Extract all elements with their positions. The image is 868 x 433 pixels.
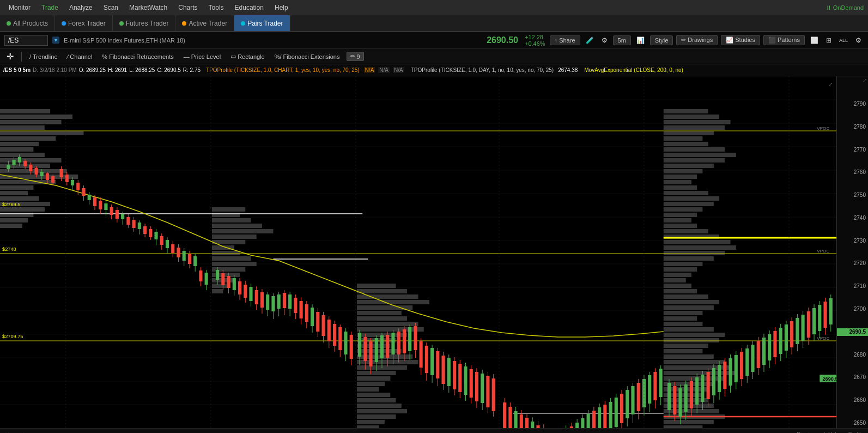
fib-extensions-tool[interactable]: %/ Fibonacci Extensions [271,52,343,61]
grid-icon[interactable]: ⊞ [824,35,834,45]
menu-analyze[interactable]: Analyze [65,2,97,14]
menu-charts[interactable]: Charts [174,2,202,14]
menu-scan[interactable]: Scan [99,2,123,14]
chart-area[interactable]: $2769.5 $2748 $2709.75 VPOC VPOC VPOC 26… [0,76,836,428]
svg-rect-276 [369,341,372,366]
rectangle-tool[interactable]: ▭ Rectangle [227,52,268,61]
chart-expand-icon[interactable]: ⤢ [863,77,867,83]
price-label-2790: 2790 [837,100,868,108]
menu-trade[interactable]: Trade [37,2,63,14]
svg-rect-270 [350,335,353,359]
svg-rect-101 [664,218,691,222]
svg-rect-354 [592,411,596,428]
svg-rect-23 [0,147,33,152]
tab-all-products[interactable]: All Products [0,15,55,31]
chart-settings-icon[interactable]: ⚙ [853,35,864,45]
svg-rect-21 [0,136,56,141]
chart-style-icon[interactable]: 📊 [634,35,647,45]
drawings-count-badge[interactable]: ✏ 9 [347,52,364,61]
trendline-icon: / [29,53,31,60]
svg-rect-324 [508,407,512,428]
menu-help[interactable]: Help [270,2,293,14]
drawings-icon: ✏ [350,53,355,60]
tab-futures-trader[interactable]: Futures Trader [113,15,176,31]
symbol-type-badge[interactable]: ▾ [52,37,59,44]
style-button[interactable]: Style [650,35,673,45]
svg-rect-210 [177,248,180,257]
tab-dot-forex [62,21,66,26]
svg-rect-42 [212,229,274,233]
svg-rect-382 [673,386,676,414]
share-button[interactable]: ↑ Share [550,35,580,45]
tab-active-trader[interactable]: Active Trader [175,15,234,31]
svg-rect-172 [71,180,74,185]
svg-rect-238 [260,292,264,308]
cursor-tool[interactable]: ✛ [3,50,17,63]
tab-dot-futures [119,21,124,26]
svg-rect-32 [0,196,39,201]
svg-rect-256 [311,308,314,326]
studies-button[interactable]: 📈 Studies [721,35,760,45]
svg-rect-232 [244,285,247,298]
fibonacci-tool[interactable]: % Fibonacci Retracements [99,52,177,61]
svg-rect-278 [375,338,378,362]
chart-toolbar: ↑ Share 🧪 ⚙ 5m 📊 Style ✏ Drawings 📈 Stud… [550,35,864,45]
svg-rect-126 [664,354,714,359]
price-level-tool[interactable]: — Price Level [180,52,224,61]
svg-rect-414 [762,338,766,365]
all-icon[interactable]: ALL [837,37,850,44]
svg-rect-110 [664,267,697,272]
svg-rect-194 [132,220,136,228]
svg-rect-20 [0,131,84,135]
drawings-button[interactable]: ✏ Drawings [676,35,718,45]
svg-rect-52 [212,284,229,288]
svg-rect-252 [300,301,303,318]
svg-rect-196 [138,222,141,229]
svg-rect-244 [277,294,281,309]
svg-rect-72 [357,382,385,386]
expand-icon[interactable]: ⬜ [808,35,821,45]
svg-rect-216 [193,256,197,266]
svg-rect-77 [357,409,407,413]
svg-rect-127 [664,360,725,364]
price-level-2769: $2769.5 [2,202,20,207]
svg-rect-37 [0,224,22,228]
svg-rect-284 [391,333,394,354]
svg-rect-268 [344,332,347,354]
svg-rect-362 [615,398,618,427]
trendline-tool[interactable]: / Trendline [26,52,61,61]
timeframe-button[interactable]: 5m [613,35,631,45]
drawing-bar: ✛ / Trendline ⁄ Channel % Fibonacci Retr… [0,49,868,64]
tab-forex-trader[interactable]: Forex Trader [55,15,113,31]
menu-tools[interactable]: Tools [204,2,228,14]
flask-icon[interactable]: 🧪 [584,35,596,45]
svg-rect-288 [403,329,406,353]
svg-rect-178 [88,195,91,200]
svg-rect-424 [790,321,793,347]
symbol-input[interactable] [4,35,48,46]
svg-rect-24 [0,153,45,157]
svg-text:2690.5: 2690.5 [822,376,836,382]
patterns-button[interactable]: ⬛ Patterns [763,35,805,45]
tab-dot-active [182,21,186,26]
svg-rect-115 [664,294,708,299]
svg-rect-366 [626,390,629,418]
svg-rect-130 [664,376,725,381]
svg-rect-420 [779,328,782,354]
fibonacci-icon: % [102,53,107,60]
menu-monitor[interactable]: Monitor [4,2,35,14]
svg-rect-162 [40,172,44,176]
tab-pairs-trader[interactable]: Pairs Trader [234,15,290,31]
vpoc-label-1: VPOC [817,126,829,131]
svg-rect-48 [212,262,257,266]
svg-rect-100 [664,213,697,217]
svg-rect-31 [0,191,28,195]
menu-marketwatch[interactable]: MarketWatch [125,2,172,14]
channel-tool[interactable]: ⁄ Channel [64,52,96,61]
svg-rect-53 [212,289,223,293]
price-label-2740: 2740 [837,214,868,222]
settings-icon[interactable]: ⚙ [599,35,610,45]
svg-rect-190 [121,214,124,219]
menu-education[interactable]: Education [230,2,268,14]
svg-rect-220 [205,273,208,285]
